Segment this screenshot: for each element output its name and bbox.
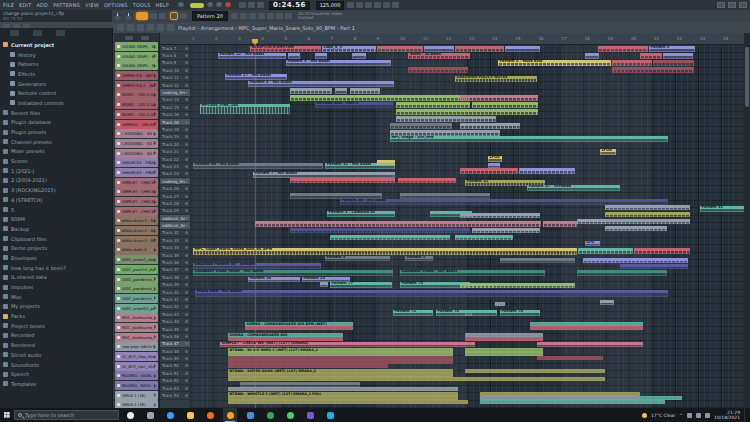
track-row[interactable]: Track 45 bbox=[160, 326, 190, 333]
clip[interactable]: Pattern 16 bbox=[248, 277, 300, 282]
track-row[interactable]: cooking_Snar bbox=[160, 178, 190, 185]
picker-item[interactable]: MOMO - 100 U GOT BL bbox=[115, 100, 158, 109]
track-row[interactable]: Track 15 bbox=[160, 104, 190, 111]
clip[interactable]: LFO8 bbox=[600, 149, 616, 155]
picker-item[interactable]: SIMPLET - CHECK WE bbox=[115, 187, 158, 196]
play-button[interactable] bbox=[207, 2, 213, 8]
clip[interactable] bbox=[290, 178, 395, 183]
menu-edit[interactable]: EDIT bbox=[19, 2, 31, 8]
clip[interactable]: MPC80S_FINE_1x4 bbox=[200, 104, 290, 114]
browser-item[interactable]: Templates bbox=[0, 379, 112, 389]
track-mute-icon[interactable] bbox=[185, 372, 188, 375]
track-mute-icon[interactable] bbox=[185, 209, 188, 212]
browser-item[interactable]: Recorded bbox=[0, 331, 112, 341]
clip[interactable] bbox=[228, 337, 343, 341]
picker-item[interactable]: SOUND DRIPS - WET 3 bbox=[115, 61, 158, 70]
clip[interactable]: LFO bbox=[585, 241, 600, 246]
picker-item[interactable]: DIPPER F.B.2 - WET bbox=[115, 81, 158, 90]
clip[interactable] bbox=[500, 258, 575, 263]
browser-item[interactable]: Misc bbox=[0, 292, 112, 302]
browser-item[interactable]: Generators bbox=[0, 79, 112, 89]
vertical-scrollbar-handle[interactable] bbox=[745, 47, 749, 107]
track-mute-icon[interactable] bbox=[185, 335, 188, 338]
clip[interactable] bbox=[600, 300, 614, 305]
redo-icon[interactable] bbox=[267, 13, 274, 19]
tray-chevron-icon[interactable]: ^ bbox=[679, 413, 683, 418]
clip[interactable]: MPC80S BLA - Part 2 bbox=[315, 102, 393, 108]
clip[interactable] bbox=[543, 221, 577, 227]
app-photos-icon[interactable] bbox=[323, 408, 337, 422]
track-mute-icon[interactable] bbox=[185, 268, 188, 271]
clip[interactable]: LFO5 bbox=[488, 156, 502, 162]
track-row[interactable]: Track 36 bbox=[160, 259, 190, 266]
edge-icon[interactable] bbox=[163, 408, 177, 422]
clip[interactable] bbox=[460, 123, 520, 129]
playlist-menu-icon[interactable] bbox=[117, 24, 124, 31]
track-row[interactable]: Track 20 bbox=[160, 141, 190, 148]
fl-studio-icon[interactable] bbox=[223, 408, 237, 422]
app-blue-icon[interactable] bbox=[243, 408, 257, 422]
playlist-button-icon[interactable] bbox=[150, 13, 157, 19]
track-row[interactable]: Track 12 bbox=[160, 82, 190, 89]
clip[interactable] bbox=[577, 219, 690, 224]
track-row[interactable]: Track 40 bbox=[160, 289, 190, 296]
picker-item[interactable]: PALOMA - SIGNL bbox=[115, 371, 158, 380]
track-mute-icon[interactable] bbox=[185, 342, 188, 345]
track-mute-icon[interactable] bbox=[185, 84, 188, 87]
track-mute-icon[interactable] bbox=[185, 276, 188, 279]
clip[interactable]: Pattern 74 bbox=[500, 310, 540, 316]
browser-item[interactable]: Remote control bbox=[0, 88, 112, 98]
track-mute-icon[interactable] bbox=[185, 328, 188, 331]
close-icon[interactable] bbox=[739, 2, 747, 8]
browser-item[interactable]: Impulses bbox=[0, 282, 112, 292]
track-row[interactable]: Track 14 bbox=[160, 97, 190, 104]
track-mute-icon[interactable] bbox=[185, 261, 188, 264]
clip[interactable] bbox=[396, 109, 538, 115]
clip[interactable]: Pattern 37 - Screwed bbox=[527, 185, 620, 191]
track-mute-icon[interactable] bbox=[185, 387, 188, 390]
browser-item[interactable]: Clipboard files bbox=[0, 234, 112, 244]
minimize-icon[interactable] bbox=[717, 2, 725, 8]
menu-options[interactable]: OPTIONS bbox=[104, 2, 128, 8]
clip[interactable] bbox=[390, 123, 452, 129]
track-mute-icon[interactable] bbox=[185, 54, 188, 57]
clip[interactable]: cliqk_V_3 bbox=[322, 46, 376, 52]
clip[interactable]: Pattern 5 - Mute Kick bbox=[498, 60, 611, 66]
taskbar-search[interactable]: Type here to search bbox=[14, 410, 119, 420]
clip[interactable] bbox=[472, 102, 538, 108]
clip[interactable] bbox=[377, 160, 395, 165]
picker-item[interactable]: L.ROOKING - 3D FACE B bbox=[115, 139, 158, 148]
clip[interactable] bbox=[530, 326, 643, 330]
clip[interactable] bbox=[455, 235, 513, 240]
browser-item[interactable]: Project bones bbox=[0, 321, 112, 331]
picker-item[interactable]: 500C_pandemic_pri bbox=[115, 284, 158, 293]
clip[interactable]: Pattern 5 bbox=[405, 256, 433, 261]
picker-item[interactable]: SMILE 2 (76) bbox=[115, 400, 158, 408]
vertical-scrollbar[interactable] bbox=[744, 33, 750, 408]
clip[interactable]: MPC Stage - Girl_trio bbox=[390, 136, 668, 142]
clip[interactable] bbox=[605, 212, 690, 217]
track-mute-icon[interactable] bbox=[185, 283, 188, 286]
browser-item[interactable]: IL shared data bbox=[0, 273, 112, 283]
picker-item[interactable]: SIMPLET - CHECK WE bbox=[115, 207, 158, 216]
track-mute-icon[interactable] bbox=[185, 69, 188, 72]
picker-item[interactable]: PALOMA - BASS bbox=[115, 381, 158, 390]
clip[interactable]: Pattern 89 - Mic boost bbox=[193, 163, 323, 169]
clip[interactable]: Pattern 22 - Mic boost bbox=[218, 53, 286, 59]
clip[interactable]: Stone Mad - Mic boost bbox=[195, 290, 668, 297]
paint-icon[interactable] bbox=[147, 24, 154, 31]
clip[interactable]: Pattern 31 bbox=[700, 206, 744, 212]
track-row[interactable]: Track 26 bbox=[160, 185, 190, 192]
browser-item[interactable]: History bbox=[0, 50, 112, 60]
track-row[interactable]: Track 39 bbox=[160, 282, 190, 289]
track-mute-icon[interactable] bbox=[185, 217, 188, 220]
track-row[interactable]: Track 34 bbox=[160, 245, 190, 252]
clip[interactable] bbox=[408, 67, 468, 73]
clip[interactable] bbox=[228, 400, 468, 404]
browser-item[interactable]: Envelopes bbox=[0, 253, 112, 263]
wait-input-icon[interactable] bbox=[347, 2, 354, 8]
clip[interactable] bbox=[663, 53, 693, 59]
track-row[interactable]: Track 48 bbox=[160, 348, 190, 355]
clip[interactable] bbox=[472, 228, 540, 233]
clip[interactable] bbox=[245, 326, 353, 330]
